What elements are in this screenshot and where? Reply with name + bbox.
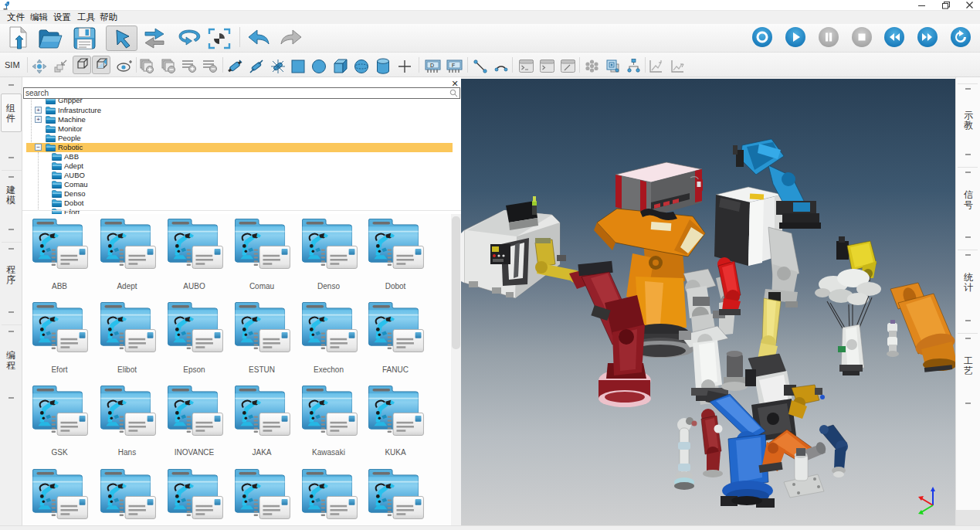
svg-text:D: D: [430, 63, 434, 68]
svg-text:F: F: [452, 63, 455, 68]
